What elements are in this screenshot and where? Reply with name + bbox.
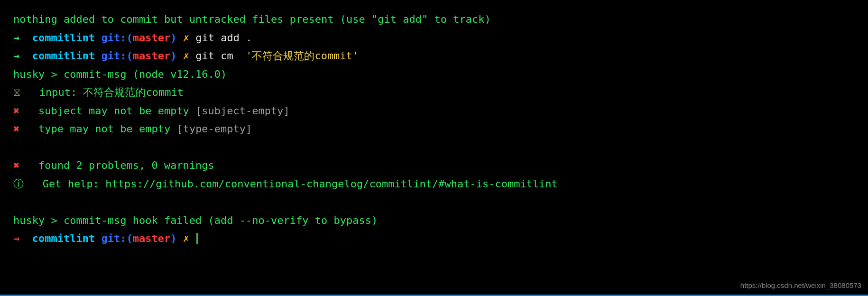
git-branch: master: [133, 32, 170, 44]
prompt-dir: commitlint: [32, 232, 95, 244]
prompt-line-2[interactable]: → commitlint git:(master) ✗ git cm '不符合规…: [13, 47, 855, 65]
command-text: git cm: [195, 50, 246, 62]
cross-icon: ✖: [13, 159, 38, 171]
hourglass-icon: ⧖: [13, 86, 39, 98]
git-suffix: ): [170, 232, 176, 244]
command-arg: '不符合规范的commit': [246, 50, 359, 62]
git-suffix: ): [170, 50, 176, 62]
error-rule: [type-empty]: [176, 123, 252, 135]
cursor: [196, 233, 198, 244]
commitlint-input-line: ⧖ input: 不符合规范的commit: [13, 83, 855, 102]
error-line: ✖ type may not be empty [type-empty]: [13, 120, 855, 139]
error-line: ✖ subject may not be empty [subject-empt…: [13, 102, 855, 120]
blank-line: [13, 193, 855, 212]
git-prefix: git:(: [95, 232, 132, 244]
arrow-icon: →: [13, 32, 32, 44]
command-text: git add .: [195, 32, 252, 44]
dirty-icon: ✗: [176, 32, 195, 44]
blank-line: [13, 139, 855, 157]
error-message: type may not be empty: [38, 123, 176, 135]
summary-line: ✖ found 2 problems, 0 warnings: [13, 157, 855, 175]
git-branch: master: [133, 50, 170, 62]
cross-icon: ✖: [13, 105, 38, 117]
help-line: ⓘ Get help: https://github.com/conventio…: [13, 175, 855, 194]
husky-failed-line: husky > commit-msg hook failed (add --no…: [13, 212, 855, 230]
dirty-icon: ✗: [176, 232, 195, 244]
git-prefix: git:(: [95, 50, 132, 62]
error-rule: [subject-empty]: [195, 105, 290, 117]
prompt-dir: commitlint: [32, 50, 95, 62]
git-prefix: git:(: [95, 32, 132, 44]
prompt-line-1[interactable]: → commitlint git:(master) ✗ git add .: [13, 29, 855, 47]
prompt-line-3[interactable]: → commitlint git:(master) ✗: [13, 230, 855, 248]
arrow-icon: →: [13, 50, 32, 62]
dirty-icon: ✗: [176, 50, 195, 62]
arrow-icon: →: [13, 232, 32, 244]
prompt-dir: commitlint: [32, 32, 95, 44]
git-branch: master: [133, 232, 170, 244]
git-status-line: nothing added to commit but untracked fi…: [13, 10, 855, 29]
info-icon: ⓘ: [13, 178, 43, 190]
git-suffix: ): [170, 32, 176, 44]
husky-hook-line: husky > commit-msg (node v12.16.0): [13, 65, 855, 84]
watermark: https://blog.csdn.net/weixin_38080573: [740, 279, 861, 292]
cross-icon: ✖: [13, 123, 38, 135]
error-message: subject may not be empty: [38, 105, 195, 117]
